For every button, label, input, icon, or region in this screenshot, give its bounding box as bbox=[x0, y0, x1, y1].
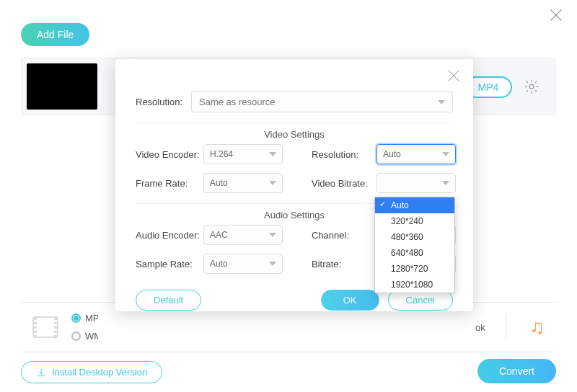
convert-button[interactable]: Convert bbox=[477, 359, 556, 383]
resolution-option-1920-1080[interactable]: 1920*1080 bbox=[375, 277, 454, 293]
bitrate-label: Bitrate: bbox=[312, 259, 376, 270]
settings-modal: Resolution: Same as resource Video Setti… bbox=[115, 59, 473, 311]
frame-rate-label: Frame Rate: bbox=[136, 178, 203, 189]
chevron-down-icon bbox=[269, 181, 276, 185]
chevron-down-icon bbox=[442, 152, 449, 156]
sample-rate-label: Sample Rate: bbox=[136, 259, 203, 270]
resolution-dropdown[interactable]: Auto 320*240 480*360 640*480 1280*720 19… bbox=[374, 197, 455, 293]
sample-rate-select[interactable]: Auto bbox=[203, 254, 283, 274]
top-resolution-value: Same as resource bbox=[199, 97, 276, 107]
video-thumbnail[interactable] bbox=[27, 63, 97, 110]
frame-rate-value: Auto bbox=[210, 178, 228, 188]
video-encoder-select[interactable]: H.264 bbox=[203, 144, 283, 164]
radio-mp4[interactable]: MP4 bbox=[71, 313, 98, 324]
chevron-down-icon bbox=[442, 181, 449, 185]
film-icon bbox=[32, 316, 58, 338]
frame-rate-select[interactable]: Auto bbox=[203, 173, 283, 193]
radio-label: MP4 bbox=[85, 313, 98, 324]
video-settings-grid: Video Encoder: H.264 Resolution: Auto Fr… bbox=[136, 144, 453, 193]
install-desktop-button[interactable]: Install Desktop Version bbox=[21, 361, 162, 383]
video-bitrate-select[interactable] bbox=[376, 173, 456, 193]
resolution-option-480-360[interactable]: 480*360 bbox=[375, 229, 454, 245]
modal-close-icon[interactable] bbox=[446, 68, 462, 84]
radio-wmv[interactable]: WMV bbox=[71, 331, 98, 342]
video-settings-title: Video Settings bbox=[136, 122, 453, 140]
ok-suffix-text: ok bbox=[475, 322, 491, 333]
app-window: Add File MP4 MP4 WMV ok ♫ Install De bbox=[0, 0, 577, 392]
resolution-option-320-240[interactable]: 320*240 bbox=[375, 213, 454, 229]
radio-label: WMV bbox=[85, 331, 98, 342]
app-close-icon[interactable] bbox=[548, 7, 564, 23]
chevron-down-icon bbox=[269, 233, 276, 237]
radio-dot-on-icon bbox=[71, 313, 81, 323]
music-icon[interactable]: ♫ bbox=[506, 316, 549, 339]
resolution-label: Resolution: bbox=[312, 149, 376, 160]
sample-rate-value: Auto bbox=[210, 259, 228, 269]
add-file-button[interactable]: Add File bbox=[21, 23, 89, 46]
channel-label: Channel: bbox=[312, 230, 376, 241]
audio-encoder-value: AAC bbox=[210, 230, 228, 240]
chevron-down-icon bbox=[269, 262, 276, 266]
video-encoder-value: H.264 bbox=[210, 149, 233, 159]
top-resolution-label: Resolution: bbox=[136, 97, 182, 107]
gear-icon[interactable] bbox=[524, 79, 539, 94]
default-button[interactable]: Default bbox=[136, 290, 201, 311]
resolution-option-auto[interactable]: Auto bbox=[375, 197, 454, 213]
audio-encoder-label: Audio Encoder: bbox=[136, 230, 203, 241]
chevron-down-icon bbox=[269, 152, 276, 156]
ok-button[interactable]: OK bbox=[321, 290, 379, 311]
format-radio-group: MP4 WMV bbox=[71, 313, 98, 342]
resolution-option-1280-720[interactable]: 1280*720 bbox=[375, 261, 454, 277]
resolution-select[interactable]: Auto bbox=[376, 144, 456, 164]
resolution-value: Auto bbox=[383, 149, 401, 159]
radio-dot-off-icon bbox=[71, 331, 81, 341]
video-encoder-label: Video Encoder: bbox=[136, 149, 203, 160]
audio-encoder-select[interactable]: AAC bbox=[203, 225, 283, 245]
svg-point-2 bbox=[529, 84, 534, 89]
resolution-option-640-480[interactable]: 640*480 bbox=[375, 245, 454, 261]
install-label: Install Desktop Version bbox=[52, 367, 147, 378]
top-resolution-select[interactable]: Same as resource bbox=[191, 91, 453, 112]
download-icon bbox=[36, 368, 46, 378]
video-bitrate-label: Video Bitrate: bbox=[312, 178, 376, 189]
chevron-down-icon bbox=[438, 100, 445, 104]
